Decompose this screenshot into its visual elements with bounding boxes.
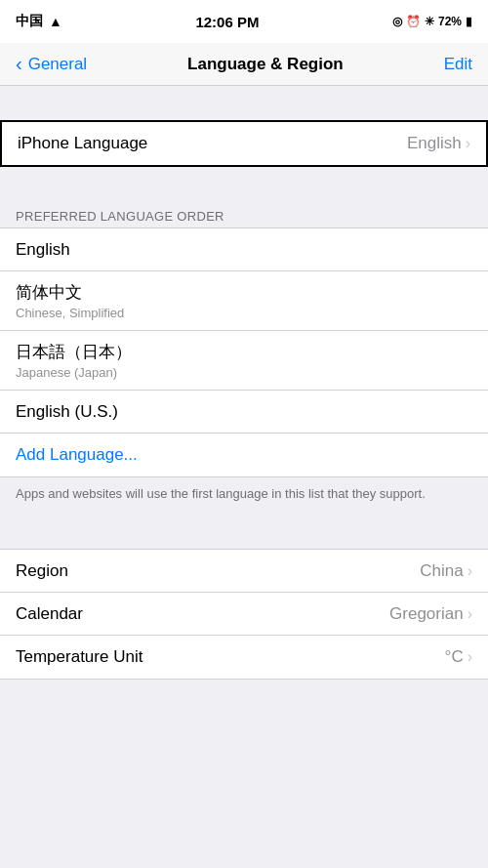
region-spacer xyxy=(0,515,488,549)
preferred-spacer xyxy=(0,167,488,201)
navigation-bar: ‹ General Language & Region Edit xyxy=(0,43,488,86)
temperature-row[interactable]: Temperature Unit °C › xyxy=(0,636,488,679)
region-value-group: China › xyxy=(420,561,472,581)
back-button[interactable]: ‹ General xyxy=(16,53,87,75)
top-spacer xyxy=(0,86,488,120)
list-item[interactable]: English (U.S.) xyxy=(0,391,488,434)
iphone-language-value-group: English › xyxy=(407,134,470,153)
list-item[interactable]: 简体中文 Chinese, Simplified xyxy=(0,271,488,331)
language-name: English xyxy=(16,240,70,260)
calendar-row[interactable]: Calendar Gregorian › xyxy=(0,593,488,636)
temperature-value: °C xyxy=(445,647,464,667)
wifi-icon: ▲ xyxy=(49,14,62,29)
temperature-value-group: °C › xyxy=(445,647,472,667)
language-subtitle: Chinese, Simplified xyxy=(16,306,472,320)
status-time: 12:06 PM xyxy=(195,14,259,30)
battery-icon: ▮ xyxy=(466,15,472,28)
add-language-row[interactable]: Add Language... xyxy=(0,434,488,476)
language-name: English (U.S.) xyxy=(16,402,118,422)
list-item[interactable]: 日本語（日本） Japanese (Japan) xyxy=(0,331,488,391)
iphone-language-section[interactable]: iPhone Language English › xyxy=(0,120,488,167)
region-row[interactable]: Region China › xyxy=(0,550,488,593)
battery-text: 72% xyxy=(438,15,462,28)
iphone-language-value: English xyxy=(407,134,462,153)
list-item[interactable]: English xyxy=(0,228,488,271)
alarm-icon: ⏰ xyxy=(406,15,421,28)
region-chevron-icon: › xyxy=(468,562,472,580)
language-name: 简体中文 xyxy=(16,281,472,304)
add-language-label[interactable]: Add Language... xyxy=(16,445,138,465)
calendar-chevron-icon: › xyxy=(468,605,472,623)
page-title: Language & Region xyxy=(187,55,344,74)
bluetooth-icon: ✳ xyxy=(425,15,434,28)
calendar-label: Calendar xyxy=(16,604,83,624)
status-bar: 中国 ▲ 12:06 PM ◎ ⏰ ✳ 72% ▮ xyxy=(0,0,488,43)
carrier-text: 中国 xyxy=(16,13,43,30)
calendar-value-group: Gregorian › xyxy=(389,604,472,624)
status-left: 中国 ▲ xyxy=(16,13,62,30)
region-section: Region China › Calendar Gregorian › Temp… xyxy=(0,549,488,680)
status-right: ◎ ⏰ ✳ 72% ▮ xyxy=(392,15,472,28)
back-chevron-icon: ‹ xyxy=(16,53,22,75)
location-icon: ◎ xyxy=(392,15,402,28)
preferred-section-header: PREFERRED LANGUAGE ORDER xyxy=(0,201,488,227)
edit-button[interactable]: Edit xyxy=(444,55,472,74)
region-value: China xyxy=(420,561,463,581)
temperature-label: Temperature Unit xyxy=(16,647,142,667)
back-label[interactable]: General xyxy=(28,55,87,74)
info-text: Apps and websites will use the first lan… xyxy=(0,477,488,515)
calendar-value: Gregorian xyxy=(389,604,464,624)
temperature-chevron-icon: › xyxy=(468,648,472,666)
iphone-language-row[interactable]: iPhone Language English › xyxy=(2,122,486,165)
preferred-language-list: English 简体中文 Chinese, Simplified 日本語（日本）… xyxy=(0,227,488,477)
iphone-language-chevron-icon: › xyxy=(466,135,470,152)
language-name: 日本語（日本） xyxy=(16,341,472,363)
region-label: Region xyxy=(16,561,68,581)
iphone-language-label: iPhone Language xyxy=(18,134,147,153)
language-subtitle: Japanese (Japan) xyxy=(16,365,472,380)
